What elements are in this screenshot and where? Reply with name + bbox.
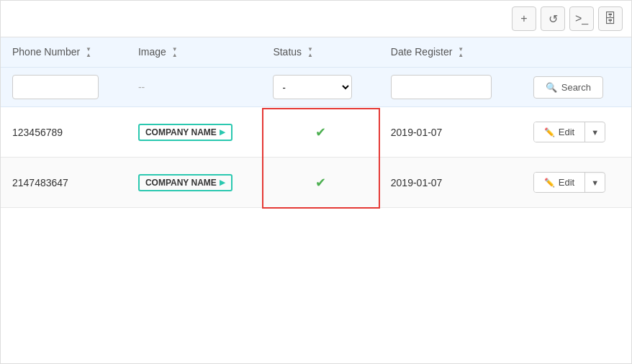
filter-status-cell: - Active Inactive [261, 68, 379, 107]
main-container: + ↺ >_ 🗄 Phone Number ▼ ▲ Image [0, 0, 632, 364]
col-header-actions [522, 37, 631, 68]
db-button[interactable]: 🗄 [598, 6, 623, 31]
sort-up-phone: ▲ [86, 53, 91, 58]
pencil-icon-0: ✏️ [544, 127, 555, 137]
table-header-row: Phone Number ▼ ▲ Image ▼ ▲ Status [1, 37, 631, 68]
terminal-button[interactable]: >_ [569, 6, 594, 31]
refresh-button[interactable]: ↺ [541, 6, 565, 31]
filter-phone-cell [1, 68, 127, 107]
status-wrapper-0: ✔ [261, 110, 379, 155]
col-header-date-register[interactable]: Date Register ▼ ▲ [379, 37, 522, 68]
filter-date-input[interactable] [391, 75, 492, 99]
table-row: 2147483647 COMPANY NAME ✔ 2019-01-07 [1, 158, 631, 208]
edit-button-group-1: ✏️ Edit ▼ [533, 172, 605, 193]
phone-value-1: 2147483647 [12, 177, 68, 188]
cell-date-0: 2019-01-07 [379, 107, 522, 158]
date-value-0: 2019-01-07 [391, 127, 443, 138]
search-icon: 🔍 [546, 82, 557, 93]
pencil-icon-1: ✏️ [544, 178, 555, 188]
filter-status-select[interactable]: - Active Inactive [273, 75, 352, 99]
chevron-down-icon-1: ▼ [591, 178, 599, 187]
cell-image-1: COMPANY NAME [127, 158, 261, 208]
sort-icons-date: ▼ ▲ [458, 47, 464, 58]
status-check-1: ✔ [273, 175, 367, 191]
add-button[interactable]: + [512, 6, 536, 31]
col-header-phone-number[interactable]: Phone Number ▼ ▲ [1, 37, 127, 68]
edit-dropdown-button-0[interactable]: ▼ [585, 124, 605, 141]
cell-image-0: COMPANY NAME [127, 107, 261, 158]
cell-phone-0: 123456789 [1, 107, 127, 158]
date-value-1: 2019-01-07 [391, 177, 443, 188]
sort-up-image: ▲ [172, 53, 178, 58]
sort-icons-image: ▼ ▲ [172, 47, 178, 58]
filter-phone-input[interactable] [12, 75, 99, 99]
cell-actions-1: ✏️ Edit ▼ [522, 158, 631, 208]
company-badge-0[interactable]: COMPANY NAME [138, 124, 233, 141]
filter-date-cell [379, 68, 522, 107]
sort-icons-phone: ▼ ▲ [86, 47, 91, 58]
cell-date-1: 2019-01-07 [379, 158, 522, 208]
sort-icons-status: ▼ ▲ [307, 47, 313, 58]
toolbar: + ↺ >_ 🗄 [1, 1, 631, 37]
data-table: Phone Number ▼ ▲ Image ▼ ▲ Status [1, 37, 631, 208]
status-wrapper-1: ✔ [261, 160, 379, 205]
edit-main-button-1[interactable]: ✏️ Edit [534, 173, 585, 192]
search-button[interactable]: 🔍 Search [533, 76, 603, 99]
cell-actions-0: ✏️ Edit ▼ [522, 107, 631, 158]
chevron-down-icon-0: ▼ [591, 128, 599, 137]
refresh-icon: ↺ [549, 12, 558, 26]
edit-dropdown-button-1[interactable]: ▼ [585, 174, 605, 191]
filter-image-cell: -- [127, 68, 261, 107]
cell-status-0: ✔ [261, 107, 379, 158]
status-check-0: ✔ [273, 124, 367, 140]
edit-main-button-0[interactable]: ✏️ Edit [534, 122, 585, 142]
add-icon: + [520, 12, 527, 25]
db-icon: 🗄 [604, 12, 617, 27]
filter-search-cell: 🔍 Search [522, 68, 631, 107]
image-filter-placeholder: -- [138, 81, 145, 93]
search-button-label: Search [561, 82, 591, 93]
edit-button-group-0: ✏️ Edit ▼ [533, 122, 605, 142]
sort-up-status: ▲ [307, 53, 313, 58]
phone-value-0: 123456789 [12, 127, 63, 138]
col-header-status[interactable]: Status ▼ ▲ [261, 37, 379, 68]
sort-up-date: ▲ [458, 53, 464, 58]
edit-label-1: Edit [559, 177, 574, 188]
cell-phone-1: 2147483647 [1, 158, 127, 208]
filter-row: -- - Active Inactive 🔍 Search [1, 68, 631, 107]
edit-label-0: Edit [559, 127, 574, 137]
cell-status-1: ✔ [261, 158, 379, 208]
table-row: 123456789 COMPANY NAME ✔ 2019-01-07 [1, 107, 631, 158]
terminal-icon: >_ [575, 12, 588, 25]
col-header-image[interactable]: Image ▼ ▲ [127, 37, 261, 68]
company-badge-1[interactable]: COMPANY NAME [138, 174, 233, 191]
